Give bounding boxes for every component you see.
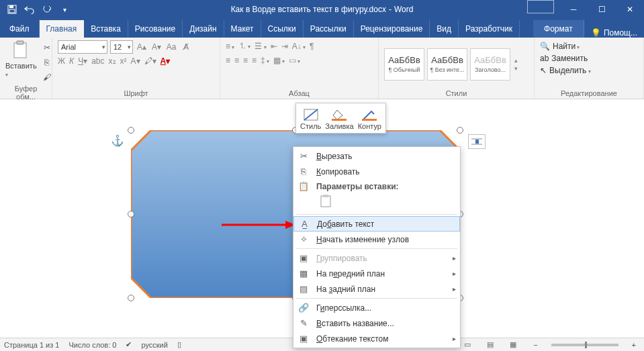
tab-home[interactable]: Главная [40, 20, 85, 38]
cm-paste-row [293, 191, 460, 213]
quick-access-toolbar: ▾ [0, 1, 77, 17]
handle-ne[interactable] [457, 127, 463, 134]
style-no-spacing[interactable]: АаБбВв¶ Без инте... [427, 48, 467, 81]
select-button[interactable]: ↖Выделить [540, 64, 638, 77]
layout-options-icon[interactable] [468, 134, 486, 149]
redo-icon[interactable] [39, 1, 55, 17]
numbering-icon[interactable]: ⒈ [238, 40, 250, 52]
align-center-icon[interactable]: ≡ [234, 56, 239, 65]
svg-rect-13 [323, 195, 328, 197]
zoom-slider[interactable] [551, 344, 618, 346]
tab-review[interactable]: Рецензирование [354, 20, 430, 38]
minimize-icon[interactable]: ─ [559, 0, 588, 19]
cm-add-text[interactable]: A̲ Добавить текст [293, 216, 460, 232]
superscript-icon[interactable]: x² [120, 56, 127, 66]
zoom-in-button[interactable]: + [628, 341, 640, 349]
status-words[interactable]: Число слов: 0 [68, 341, 116, 349]
view-print-icon[interactable]: ▤ [484, 340, 497, 349]
tab-references[interactable]: Ссылки [261, 20, 304, 38]
highlight-icon[interactable]: 🖍▾ [144, 56, 156, 66]
mini-fill-button[interactable]: Заливка [325, 106, 353, 130]
zoom-out-button[interactable]: − [529, 341, 541, 349]
mini-style-button[interactable]: Стиль [300, 106, 321, 130]
tab-draw[interactable]: Рисование [128, 20, 183, 38]
cm-hyperlink[interactable]: 🔗 Гиперссылка... [293, 300, 460, 315]
macro-icon[interactable]: ▯ [177, 340, 181, 349]
handle-sw[interactable] [128, 295, 134, 301]
cm-cut[interactable]: ✂ ВВырезатьырезать [293, 148, 460, 164]
ribbon-display-icon[interactable] [527, 0, 554, 13]
save-icon[interactable] [4, 1, 20, 17]
fill-icon [330, 106, 349, 121]
handle-w[interactable] [128, 211, 134, 217]
undo-icon[interactable] [21, 1, 38, 17]
group-label-editing: Редактирование [540, 88, 638, 97]
tab-mailings[interactable]: Рассылки [304, 20, 354, 38]
multilevel-icon[interactable]: ☰ [255, 42, 266, 51]
font-size-combo[interactable]: 12 [110, 40, 133, 54]
tab-layout[interactable]: Макет [224, 20, 261, 38]
status-page[interactable]: Страница 1 из 1 [4, 341, 59, 349]
status-language[interactable]: русский [141, 341, 167, 349]
view-read-icon[interactable]: ▭ [461, 340, 474, 349]
grow-font-icon[interactable]: A▴ [136, 41, 148, 53]
handle-nw[interactable] [128, 127, 134, 134]
tab-format[interactable]: Формат [533, 20, 584, 38]
format-painter-icon[interactable]: 🖌 [41, 71, 53, 83]
cm-wrap-text[interactable]: ▣ Обтекание текстом [293, 331, 460, 346]
shrink-font-icon[interactable]: A▾ [150, 41, 163, 53]
subscript-icon[interactable]: x₂ [109, 56, 116, 66]
cm-bring-front[interactable]: ▩ На передний план [293, 266, 460, 281]
mini-outline-button[interactable]: Контур [358, 106, 381, 130]
cm-caption[interactable]: ✎ Вставить название... [293, 315, 460, 331]
shading-icon[interactable]: ▦ [273, 56, 285, 65]
find-button[interactable]: 🔍Найти [540, 40, 638, 52]
font-name-value: Arial [61, 43, 76, 51]
maximize-icon[interactable]: ☐ [588, 0, 616, 19]
paste-picture-icon[interactable] [316, 193, 335, 210]
justify-icon[interactable]: ≡ [252, 56, 257, 65]
cm-send-back[interactable]: ▨ На задний план [293, 281, 460, 297]
paste-button[interactable]: Вставить [5, 40, 37, 78]
align-right-icon[interactable]: ≡ [243, 56, 248, 65]
font-name-combo[interactable]: Arial [58, 40, 107, 54]
strike-icon[interactable]: abc [91, 56, 104, 66]
proofing-icon[interactable]: ✔ [126, 340, 132, 349]
bullets-icon[interactable]: ≡ [226, 42, 234, 51]
show-marks-icon[interactable]: ¶ [310, 42, 314, 51]
cm-copy[interactable]: ⎘ Копировать [293, 164, 460, 179]
edit-points-icon: ✧ [296, 234, 311, 244]
line-spacing-icon[interactable]: ‡ [261, 56, 269, 65]
view-web-icon[interactable]: ▦ [506, 340, 520, 349]
cm-add-text-label: Добавить текст [317, 219, 374, 229]
italic-icon[interactable]: К [69, 56, 74, 66]
cm-edit-points[interactable]: ✧ Начать изменение узлов [293, 232, 460, 247]
style-normal[interactable]: АаБбВв¶ Обычный [384, 48, 424, 81]
styles-gallery[interactable]: АаБбВв¶ Обычный АаБбВв¶ Без инте... АаБб… [384, 48, 510, 81]
bold-icon[interactable]: Ж [58, 56, 65, 66]
clear-format-icon[interactable]: A̸ [180, 41, 192, 53]
cut-icon[interactable]: ✂ [41, 42, 53, 54]
font-color-icon[interactable]: A▾ [160, 56, 171, 66]
change-case-icon[interactable]: Aa [165, 41, 177, 53]
sort-icon[interactable]: A↓ [292, 42, 306, 51]
tab-design[interactable]: Дизайн [183, 20, 224, 38]
replace-button[interactable]: abЗаменить [540, 52, 638, 64]
tab-file[interactable]: Файл [0, 20, 40, 38]
close-icon[interactable]: ✕ [616, 0, 644, 19]
qat-customize-icon[interactable]: ▾ [56, 1, 73, 17]
tell-me-search[interactable]: 💡 Помощ... [584, 28, 644, 38]
underline-icon[interactable]: Ч▾ [78, 56, 87, 66]
borders-icon[interactable]: ▭ [289, 56, 300, 65]
styles-more-icon[interactable]: ▴▾ [514, 57, 518, 72]
style-heading1[interactable]: АаБбВвЗаголово... [470, 48, 510, 81]
dec-indent-icon[interactable]: ⇤ [271, 42, 277, 51]
align-left-icon[interactable]: ≡ [226, 56, 230, 65]
copy-icon[interactable]: ⎘ [41, 56, 53, 68]
text-effects-icon[interactable]: A▾ [131, 56, 140, 66]
tab-developer[interactable]: Разработчик [459, 20, 520, 38]
tab-view[interactable]: Вид [430, 20, 459, 38]
inc-indent-icon[interactable]: ⇥ [281, 42, 288, 51]
svg-rect-12 [321, 196, 330, 207]
tab-insert[interactable]: Вставка [84, 20, 128, 38]
